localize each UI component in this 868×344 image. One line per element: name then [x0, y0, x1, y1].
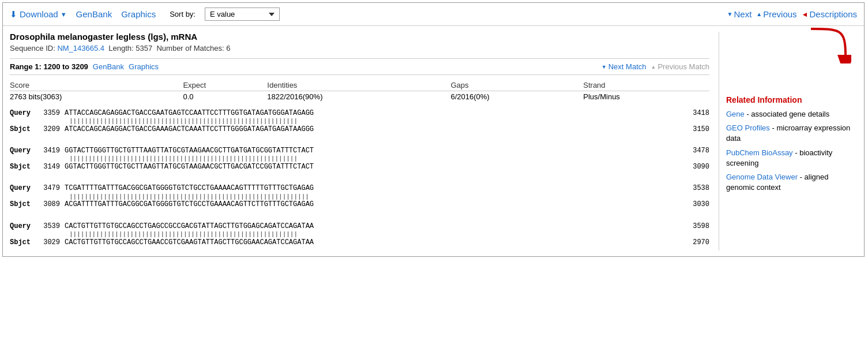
dropdown-arrow-icon: ▼: [61, 11, 67, 18]
sbjct-seq-3: CACTGTTGTTGTGCCAGCCTGAACCGTCGAAGTATTAGCT…: [65, 237, 679, 248]
graphics-link[interactable]: Graphics: [121, 9, 156, 19]
left-panel: Drosophila melanogaster legless (lgs), m…: [10, 32, 709, 250]
related-info-item-2: PubChem BioAssay - bioactivity screening: [726, 148, 857, 169]
arrow-container: [726, 32, 857, 66]
query-row-2: Query 3479 TCGATTTTGATTTGACGGCGATGGGGTGT…: [10, 183, 709, 194]
score-table: Score Expect Identities Gaps Strand 2763…: [10, 80, 709, 102]
align-group-2: Query 3479 TCGATTTTGATTTGACGGCGATGGGGTGT…: [10, 183, 709, 210]
range-graphics-link[interactable]: Graphics: [129, 62, 159, 71]
sbjct-start-1: 3149: [39, 162, 65, 173]
sbjct-end-1: 3090: [683, 162, 709, 173]
next-button[interactable]: ▼ Next: [727, 9, 752, 19]
align-group-3: Query 3539 CACTGTTGTTGTGCCAGCCTGAGCCGCCG…: [10, 221, 709, 248]
next-label: Next: [734, 9, 751, 19]
strand-value: Plus/Minus: [583, 91, 709, 103]
download-label: Download: [20, 9, 58, 19]
range-links: GenBank Graphics: [93, 62, 159, 71]
descriptions-link[interactable]: ◄ Descriptions: [802, 9, 857, 19]
genome-viewer-link[interactable]: Genome Data Viewer: [726, 173, 798, 181]
related-info-title: Related Information: [726, 95, 857, 104]
score-value: 2763 bits(3063): [10, 91, 183, 103]
next-match-link[interactable]: ▼ Next Match: [602, 62, 647, 71]
strand-col-header: Strand: [583, 80, 709, 91]
descriptions-label: Descriptions: [809, 9, 857, 19]
matches-value: 6: [226, 44, 230, 53]
query-end-1: 3478: [683, 145, 709, 156]
query-end-3: 3598: [683, 221, 709, 232]
sort-label: Sort by:: [170, 10, 196, 18]
sbjct-end-2: 3030: [683, 199, 709, 210]
next-match-label: Next Match: [608, 62, 647, 71]
related-info-item-1: GEO Profiles - microarray expression dat…: [726, 123, 857, 144]
sbjct-start-2: 3089: [39, 199, 65, 210]
pipes-1: ||||||||||||||||||||||||||||||||||||||||…: [10, 156, 709, 162]
align-group-0: Query 3359 ATTACCAGCAGAGGACTGACCGAATGAGT…: [10, 108, 709, 135]
right-panel: Related Information Gene - associated ge…: [719, 32, 857, 250]
identities-col-header: Identities: [267, 80, 450, 91]
next-triangle-icon: ▼: [727, 11, 733, 17]
sbjct-label-1: Sbjct: [10, 162, 39, 173]
query-row-3: Query 3539 CACTGTTGTTGTGCCAGCCTGAGCCGCCG…: [10, 221, 709, 232]
sbjct-end-0: 3150: [683, 124, 709, 135]
sbjct-label-0: Sbjct: [10, 124, 39, 135]
pubchem-link[interactable]: PubChem BioAssay: [726, 148, 793, 157]
desc-triangle-icon: ◄: [802, 10, 809, 18]
prev-triangle-icon: ▲: [756, 11, 762, 17]
query-label-3: Query: [10, 221, 39, 232]
related-info-item-0: Gene - associated gene details: [726, 109, 857, 119]
length-value: 5357: [136, 44, 152, 53]
identities-value: 1822/2016(90%): [267, 91, 450, 103]
result-meta: Sequence ID: NM_143665.4 Length: 5357 Nu…: [10, 44, 709, 53]
length-label: Length:: [107, 44, 136, 53]
genbank-link[interactable]: GenBank: [76, 9, 112, 19]
previous-button[interactable]: ▲ Previous: [756, 9, 796, 19]
red-arrow-svg: [794, 23, 851, 63]
toolbar: ⬇ Download ▼ GenBank Graphics Sort by: E…: [3, 3, 864, 26]
download-icon: ⬇: [10, 9, 17, 20]
expect-col-header: Expect: [183, 80, 267, 91]
geo-profiles-link[interactable]: GEO Profiles: [726, 124, 770, 132]
query-end-2: 3538: [683, 183, 709, 194]
query-seq-2: TCGATTTTGATTTGACGGCGATGGGGTGTCTGCCTGAAAA…: [65, 183, 679, 194]
related-info-item-3: Genome Data Viewer - aligned genomic con…: [726, 172, 857, 193]
main-content: Drosophila melanogaster legless (lgs), m…: [3, 26, 864, 256]
query-start-1: 3419: [39, 145, 65, 156]
match-nav: ▼ Next Match ▲ Previous Match: [602, 62, 709, 71]
sbjct-seq-2: ACGATTTTGATTTGACGGCGATGGGGTGTCTGCCTGAAAA…: [65, 199, 679, 210]
prev-match-link[interactable]: ▲ Previous Match: [651, 62, 709, 71]
query-label-1: Query: [10, 145, 39, 156]
next-match-triangle-icon: ▼: [602, 64, 607, 70]
gene-link[interactable]: Gene: [726, 110, 745, 118]
result-title: Drosophila melanogaster legless (lgs), m…: [10, 32, 709, 42]
sbjct-end-3: 2970: [683, 237, 709, 248]
pipes-3: ||||||||||||||||||||||||||||||||||||||||…: [10, 232, 709, 237]
sbjct-row-1: Sbjct 3149 GGTACTTGGGTTGCTGCTTAAGTTATGCG…: [10, 162, 709, 173]
expect-value: 0.0: [183, 91, 267, 103]
toolbar-right: ▼ Next ▲ Previous ◄ Descriptions: [727, 9, 857, 19]
sequence-id-link[interactable]: NM_143665.4: [57, 44, 104, 53]
query-label-0: Query: [10, 108, 39, 119]
toolbar-left: ⬇ Download ▼ GenBank Graphics Sort by: E…: [10, 8, 727, 21]
query-seq-3: CACTGTTGTTGTGCCAGCCTGAGCCGCCGACGTATTAGCT…: [65, 221, 679, 232]
query-start-0: 3359: [39, 108, 65, 119]
main-container: ⬇ Download ▼ GenBank Graphics Sort by: E…: [2, 2, 865, 257]
range-header: Range 1: 1200 to 3209 GenBank Graphics ▼…: [10, 58, 709, 75]
download-button[interactable]: ⬇ Download ▼: [10, 9, 67, 20]
prev-match-label: Previous Match: [657, 62, 709, 71]
prev-match-triangle-icon: ▲: [651, 64, 656, 70]
sort-select[interactable]: E value: [205, 8, 280, 21]
matches-label: Number of Matches:: [155, 44, 226, 53]
query-start-3: 3539: [39, 221, 65, 232]
gaps-value: 6/2016(0%): [450, 91, 583, 103]
gaps-col-header: Gaps: [450, 80, 583, 91]
sbjct-row-0: Sbjct 3209 ATCACCAGCAGAGGACTGACCGAAAGACT…: [10, 124, 709, 135]
pipes-0: ||||||||||||||||||||||||||||||||||||||||…: [10, 119, 709, 124]
align-group-1: Query 3419 GGTACTTGGGTTGCTGTTTAAGTTATGCG…: [10, 145, 709, 173]
sbjct-label-3: Sbjct: [10, 237, 39, 248]
score-row: 2763 bits(3063) 0.0 1822/2016(90%) 6/201…: [10, 91, 709, 103]
sbjct-seq-0: ATCACCAGCAGAGGACTGACCGAAAGACTCAAATTCCTTT…: [65, 124, 679, 135]
previous-label: Previous: [763, 9, 796, 19]
range-genbank-link[interactable]: GenBank: [93, 62, 124, 71]
sbjct-row-3: Sbjct 3029 CACTGTTGTTGTGCCAGCCTGAACCGTCG…: [10, 237, 709, 248]
sbjct-seq-1: GGTACTTGGGTTGCTGCTTAAGTTATGCGTAAGAACGCTT…: [65, 162, 679, 173]
